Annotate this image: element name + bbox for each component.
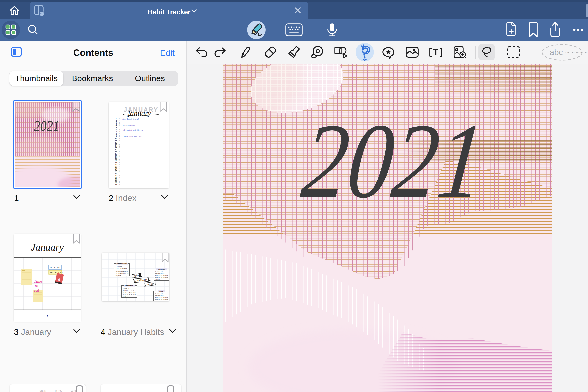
svg-text:W: W xyxy=(119,175,120,176)
svg-text:15 16 17 18 19 20 21: 15 16 17 18 19 20 21 xyxy=(123,292,135,293)
svg-text:8 9 10 11 12 13 14: 8 9 10 11 12 13 14 xyxy=(155,273,166,274)
svg-text:F: F xyxy=(119,164,120,166)
svg-text:15 16 17 18 19 20 21: 15 16 17 18 19 20 21 xyxy=(155,297,168,298)
svg-text:22 23 24 25 26 27 28: 22 23 24 25 26 27 28 xyxy=(116,273,128,274)
svg-text:S: S xyxy=(119,184,120,185)
svg-text:R: R xyxy=(119,146,120,148)
svg-text:22 23 24 25 26 27 28: 22 23 24 25 26 27 28 xyxy=(155,299,168,300)
svg-text:S: S xyxy=(119,137,120,139)
svg-text:W: W xyxy=(119,128,120,130)
svg-text:MEDITATION: MEDITATION xyxy=(125,285,133,286)
svg-text:Back to work: Back to work xyxy=(123,124,135,127)
svg-text:22 23 24 25 26 27 28: 22 23 24 25 26 27 28 xyxy=(155,277,168,278)
svg-text:january: january xyxy=(127,109,151,117)
svg-text:F: F xyxy=(119,118,120,119)
svg-text:T: T xyxy=(119,142,120,144)
svg-text:READ: READ xyxy=(159,290,163,292)
svg-text:S: S xyxy=(119,120,120,122)
svg-text:MON: MON xyxy=(39,389,46,392)
svg-text:M: M xyxy=(119,170,120,172)
svg-text:F: F xyxy=(119,133,120,135)
svg-text:1 2 3 4 5 6 7: 1 2 3 4 5 6 7 xyxy=(155,293,163,294)
svg-text:W: W xyxy=(119,144,120,146)
svg-text:T: T xyxy=(119,172,120,174)
svg-text:to: to xyxy=(35,283,38,288)
svg-text:EXERCISE: EXERCISE xyxy=(158,268,165,270)
svg-text:F: F xyxy=(119,179,120,181)
svg-text:Visit Mom and Dad: Visit Mom and Dad xyxy=(124,135,141,138)
svg-text:W: W xyxy=(119,159,120,161)
svg-text:New Year's brunch: New Year's brunch xyxy=(122,118,139,120)
svg-text:S: S xyxy=(119,150,120,152)
svg-text:S: S xyxy=(119,153,120,154)
svg-text:31: 31 xyxy=(115,183,117,186)
svg-text:15 16 17 18 19 20 21: 15 16 17 18 19 20 21 xyxy=(155,275,168,276)
svg-text:2021: 2021 xyxy=(297,102,490,220)
svg-text:R: R xyxy=(119,162,120,163)
svg-text:S: S xyxy=(119,181,120,183)
svg-text:Breakfast with Steven: Breakfast with Steven xyxy=(123,128,143,131)
svg-text:S: S xyxy=(119,168,120,170)
svg-text:2021: 2021 xyxy=(34,118,59,134)
svg-text:8 9 10 11 12 13 14: 8 9 10 11 12 13 14 xyxy=(123,290,134,291)
svg-text:All DAY LA...: All DAY LA... xyxy=(50,266,61,269)
svg-text:29 30 31: 29 30 31 xyxy=(116,274,121,276)
svg-text:1 2 3 4 5 6 7: 1 2 3 4 5 6 7 xyxy=(155,271,163,272)
svg-text:eat: eat xyxy=(34,288,39,292)
svg-text:Time: Time xyxy=(34,279,42,284)
svg-text:S: S xyxy=(119,135,120,137)
svg-text:S: S xyxy=(119,122,120,124)
svg-text:1 2 3 4 5 6 7: 1 2 3 4 5 6 7 xyxy=(116,266,123,268)
svg-text:29 30 31: 29 30 31 xyxy=(155,279,160,280)
svg-text:22 23 24 25 26 27 28: 22 23 24 25 26 27 28 xyxy=(123,294,135,295)
svg-text:R: R xyxy=(119,131,120,132)
svg-text:F: F xyxy=(119,148,120,150)
svg-text:1 2 3 4 5 6 7: 1 2 3 4 5 6 7 xyxy=(123,288,130,289)
svg-text:abc: abc xyxy=(550,48,563,57)
svg-text:R: R xyxy=(119,177,120,179)
svg-text:T: T xyxy=(119,126,120,128)
svg-text:15 16 17 18 19 20 21: 15 16 17 18 19 20 21 xyxy=(116,270,128,272)
svg-text:29 30 31: 29 30 31 xyxy=(123,296,128,297)
svg-text:TUES: TUES xyxy=(54,389,62,392)
svg-text:~~~~~: ~~~~~ xyxy=(565,48,587,56)
svg-text:SLEEP 8 HOURS: SLEEP 8 HOURS xyxy=(116,263,127,265)
svg-text:8 9 10 11 12 13 14: 8 9 10 11 12 13 14 xyxy=(116,268,127,270)
svg-text:T: T xyxy=(119,157,120,159)
svg-text:PROJECT Fun: PROJECT Fun xyxy=(50,272,63,274)
svg-text:S: S xyxy=(119,166,120,168)
svg-text:M: M xyxy=(119,155,120,157)
svg-text:January: January xyxy=(31,242,63,253)
svg-text:M: M xyxy=(119,124,120,126)
svg-text:8 9 10 11 12 13 14: 8 9 10 11 12 13 14 xyxy=(155,295,166,296)
svg-text:M: M xyxy=(119,140,120,141)
